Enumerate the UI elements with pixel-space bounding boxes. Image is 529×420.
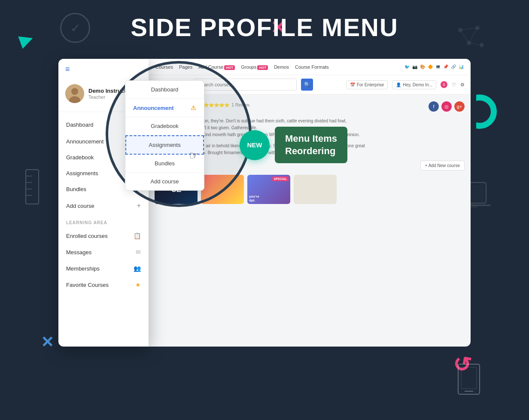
instagram-button[interactable]: ◎ xyxy=(441,101,452,112)
messages-icon: ✉ xyxy=(136,249,141,256)
add-course-label: Add course xyxy=(66,203,94,209)
header-right: 📅 For Enterprise 👤 Hey, Demo In... 6 ♡ ⚙ xyxy=(346,80,465,89)
facebook-button[interactable]: f xyxy=(429,101,439,112)
hot-badge-add: HOT xyxy=(224,65,235,70)
twitter-icon: 🐦 xyxy=(404,64,410,69)
hot-badge-groups: HOT xyxy=(257,65,268,70)
enterprise-label: For Enterprise xyxy=(357,82,384,87)
linkedin-icon: 🔗 xyxy=(451,64,456,69)
sidebar-top-bar: ≡ xyxy=(58,59,149,80)
avatar xyxy=(65,84,84,103)
sidebar-item-favorites[interactable]: Favorite Courses ★ xyxy=(58,277,149,293)
enterprise-button[interactable]: 📅 For Enterprise xyxy=(346,80,388,89)
memberships-label: Memberships xyxy=(66,265,100,272)
dropdown-menu: Dashboard Announcement ⚠ Gradebook Assig… xyxy=(125,80,204,191)
box-icon xyxy=(456,362,482,396)
dropdown-item-dashboard[interactable]: Dashboard xyxy=(125,81,204,99)
nav-link-pages[interactable]: Pages xyxy=(179,64,192,70)
dropdown-item-add-course[interactable]: Add course xyxy=(125,173,204,190)
hey-button[interactable]: 👤 Hey, Demo In... xyxy=(392,80,436,89)
add-icon: + xyxy=(137,202,141,210)
svg-rect-18 xyxy=(461,367,477,389)
dropdown-overlay: Dashboard Announcement ⚠ Gradebook Assig… xyxy=(125,80,204,191)
course-thumb-typography[interactable]: SPECIAL you'redpt. xyxy=(247,175,290,204)
sidebar-item-messages[interactable]: Messages ✉ xyxy=(58,244,149,260)
youtube-icon: 📊 xyxy=(459,64,464,69)
bundles-label: Bundles xyxy=(66,186,86,192)
page-title: SIDE PROFILE MENU xyxy=(131,13,398,42)
rating-row: ⭐⭐⭐⭐⭐ 1 Review. xyxy=(204,103,250,107)
enrolled-icon: 📋 xyxy=(134,232,141,239)
dropdown-item-announcement[interactable]: Announcement ⚠ xyxy=(125,99,204,117)
hamburger-icon[interactable]: ≡ xyxy=(65,65,70,74)
main-content: SIDE PROFILE MENU ≡ Demo Instructor Teac… xyxy=(0,0,529,347)
favorites-label: Favorite Courses xyxy=(66,282,109,288)
search-input[interactable] xyxy=(194,79,297,91)
sidebar-item-add-course[interactable]: Add course + xyxy=(58,197,149,214)
nav-link-course-formats[interactable]: Course Formats xyxy=(295,64,329,70)
announcement-label: Announcement xyxy=(66,138,103,145)
cursor-hand-icon: ☞ xyxy=(189,149,199,162)
notification-badge[interactable]: 6 xyxy=(441,81,447,88)
review-count: 1 Review. xyxy=(232,103,250,107)
instagram-icon: 📷 xyxy=(412,64,417,69)
messages-label: Messages xyxy=(66,249,91,256)
nav-link-demos[interactable]: Demos xyxy=(274,64,289,70)
google-plus-button[interactable]: g+ xyxy=(454,101,465,112)
sidebar-item-enrolled[interactable]: Enrolled courses 📋 xyxy=(58,228,149,244)
heading-line-2: Reordering xyxy=(285,146,335,156)
new-label-group: NEW Menu Items Reordering xyxy=(240,127,347,163)
search-button[interactable]: 🔍 xyxy=(301,79,313,91)
nav-link-courses[interactable]: Courses xyxy=(155,64,173,70)
enterprise-calendar-icon: 📅 xyxy=(350,82,355,87)
course-thumb-notebook[interactable] xyxy=(294,175,337,204)
dropdown-item-assignments[interactable]: Assignments ☞ xyxy=(125,135,204,155)
pinterest-icon: 📌 xyxy=(443,64,448,69)
warning-icon: ⚠ xyxy=(191,104,196,111)
nav-link-groups[interactable]: GroupsHOT xyxy=(241,64,268,70)
settings-main-icon[interactable]: ⚙ xyxy=(460,82,465,88)
thumb-label: you'redpt. xyxy=(249,195,259,202)
gradebook-label: Gradebook xyxy=(66,154,94,161)
user-label: Hey, Demo In... xyxy=(403,82,432,87)
new-badge: NEW xyxy=(240,130,270,160)
dropdown-item-gradebook[interactable]: Gradebook xyxy=(125,117,204,135)
user-icon: 👤 xyxy=(396,82,401,87)
pink-hook-icon: ↺ xyxy=(451,351,473,378)
behance-icon: 🎨 xyxy=(420,64,425,69)
github-icon: 💻 xyxy=(435,64,441,69)
assignments-label: Assignments xyxy=(66,170,98,177)
dribbble-icon: 🔶 xyxy=(428,64,433,69)
sidebar-item-memberships[interactable]: Memberships 👥 xyxy=(58,260,149,277)
svg-rect-17 xyxy=(458,364,480,394)
social-profile-btns: f ◎ g+ xyxy=(429,101,465,112)
heading-line-1: Menu Items xyxy=(285,133,337,144)
favorites-icon: ★ xyxy=(135,281,141,288)
svg-point-21 xyxy=(71,88,78,95)
main-nav: Courses Pages Add CourseHOT GroupsHOT De… xyxy=(149,59,471,75)
announcement-dropdown-label: Announcement xyxy=(133,105,174,111)
heart-icon[interactable]: ♡ xyxy=(452,82,456,88)
memberships-icon: 👥 xyxy=(134,265,141,272)
add-new-course-button[interactable]: + Add New course xyxy=(420,161,465,170)
dashboard-label: Dashboard xyxy=(66,122,94,128)
learning-section-label: LEARNING AREA xyxy=(58,214,149,228)
enrolled-label: Enrolled courses xyxy=(66,233,108,239)
ui-screenshot: ≡ Demo Instructor Teacher ⚙ xyxy=(58,59,471,347)
nav-link-add-course[interactable]: Add CourseHOT xyxy=(198,64,235,70)
social-icons-nav: 🐦 📷 🎨 🔶 💻 📌 🔗 📊 xyxy=(404,64,464,69)
menu-items-reordering-label: Menu Items Reordering xyxy=(275,127,347,163)
course-thumb-design[interactable] xyxy=(201,175,244,204)
special-badge: SPECIAL xyxy=(272,177,289,181)
